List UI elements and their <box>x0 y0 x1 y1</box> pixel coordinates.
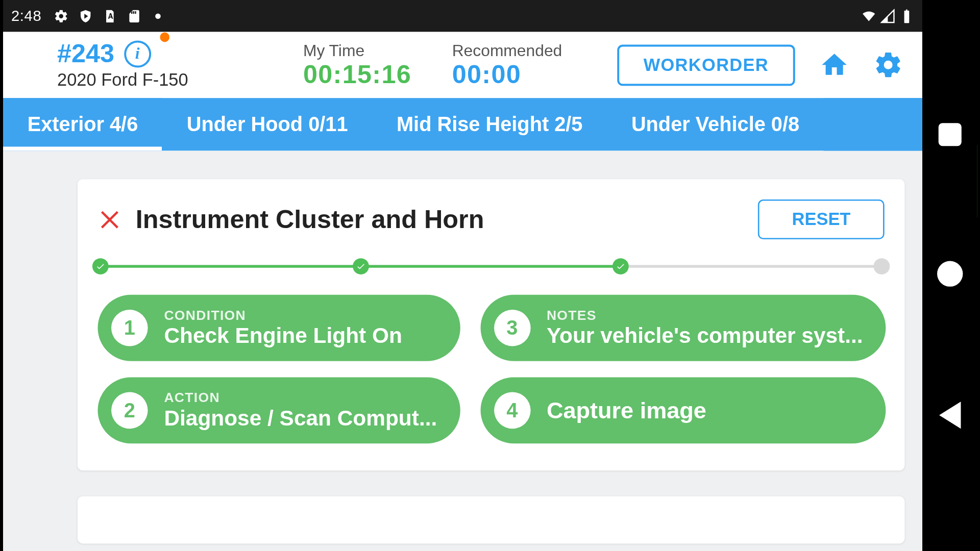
order-id[interactable]: #243 <box>57 39 114 68</box>
progress-step-4-icon <box>873 258 890 274</box>
pill-value: Diagnose / Scan Comput... <box>164 406 437 431</box>
section-tabs: Exterior 4/6 Under Hood 0/11 Mid Rise He… <box>3 98 922 151</box>
tab-label: Under Hood 0/11 <box>187 113 348 136</box>
tab-under-hood[interactable]: Under Hood 0/11 <box>162 98 372 151</box>
pill-number: 4 <box>494 392 530 429</box>
recommended-label: Recommended <box>452 41 562 60</box>
pill-label: ACTION <box>164 390 437 406</box>
settings-icon[interactable] <box>873 50 903 80</box>
tab-label: Exterior 4/6 <box>28 113 138 136</box>
pill-number: 3 <box>494 310 530 346</box>
mytime-value: 00:15:16 <box>303 60 411 89</box>
workorder-button[interactable]: WORKORDER <box>617 44 795 86</box>
fail-x-icon <box>97 206 125 233</box>
inspection-card: Instrument Cluster and Horn RESET 1 <box>78 179 905 470</box>
recommended-value: 00:00 <box>452 60 562 89</box>
tab-mid-rise[interactable]: Mid Rise Height 2/5 <box>372 98 607 151</box>
card-title: Instrument Cluster and Horn <box>136 205 484 234</box>
tab-label: Mid Rise Height 2/5 <box>397 113 583 136</box>
pill-value: Your vehicle's computer syst... <box>547 323 863 348</box>
progress-step-1-icon <box>92 258 109 274</box>
app-header: #243 i 2020 Ford F-150 My Time 00:15:16 … <box>3 32 922 98</box>
notification-dot-icon <box>160 33 169 42</box>
step-progress <box>101 258 882 274</box>
shield-play-icon <box>78 9 93 23</box>
vehicle-label: 2020 Ford F-150 <box>57 69 188 90</box>
info-icon[interactable]: i <box>124 40 151 67</box>
inspection-card-next <box>78 496 905 544</box>
android-status-bar: 2:48 <box>3 0 922 32</box>
progress-step-3-icon <box>612 258 629 274</box>
android-nav-bar <box>922 0 977 551</box>
mytime-label: My Time <box>303 41 411 60</box>
sd-card-icon <box>127 9 141 23</box>
cell-signal-icon <box>880 9 895 23</box>
pill-number: 2 <box>111 392 148 429</box>
progress-step-2-icon <box>352 258 369 274</box>
reset-button[interactable]: RESET <box>758 199 884 239</box>
tab-exterior[interactable]: Exterior 4/6 <box>3 98 162 151</box>
home-icon[interactable] <box>819 50 849 80</box>
gear-icon <box>54 9 68 23</box>
pill-label: NOTES <box>547 308 863 323</box>
pill-action[interactable]: 2 ACTION Diagnose / Scan Comput... <box>97 377 460 443</box>
back-nav-icon[interactable] <box>939 401 960 428</box>
pill-number: 1 <box>111 310 148 346</box>
pill-capture-image[interactable]: 4 Capture image <box>480 377 886 443</box>
pill-notes[interactable]: 3 NOTES Your vehicle's computer syst... <box>480 295 886 361</box>
pill-condition[interactable]: 1 CONDITION Check Engine Light On <box>97 295 460 361</box>
home-nav-icon[interactable] <box>937 261 962 286</box>
pill-label: CONDITION <box>164 308 402 323</box>
recent-apps-icon[interactable] <box>938 123 961 146</box>
pill-value: Check Engine Light On <box>164 323 402 348</box>
doc-a-icon <box>102 9 117 23</box>
content-area: Instrument Cluster and Horn RESET 1 <box>3 151 922 551</box>
pill-value: Capture image <box>547 397 706 424</box>
tab-label: Under Vehicle 0/8 <box>631 113 799 136</box>
battery-icon <box>899 9 914 23</box>
status-clock: 2:48 <box>11 7 41 24</box>
overflow-dot-icon <box>155 13 161 19</box>
wifi-icon <box>861 9 876 23</box>
tab-under-vehicle[interactable]: Under Vehicle 0/8 <box>607 98 824 151</box>
